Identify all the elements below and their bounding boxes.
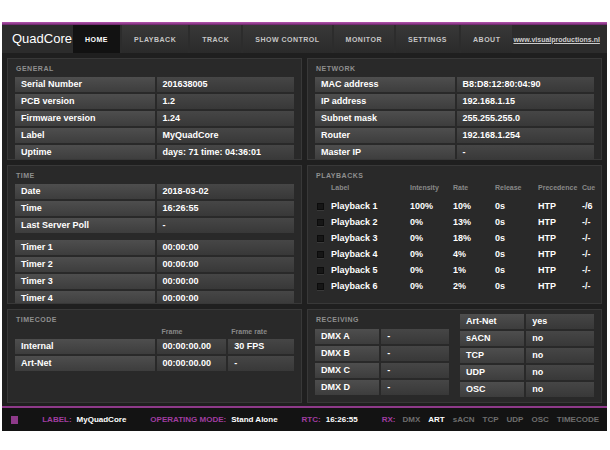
playbacks-header-row: Label Intensity Rate Release Precedence … — [315, 184, 594, 191]
tab-about[interactable]: ABOUT — [461, 25, 512, 53]
playback-row: Playback 5 0% 1% 0s HTP -/- — [315, 262, 594, 278]
timecode-frame: 00:00:00.00 — [157, 356, 227, 371]
playback-release: 0s — [495, 201, 538, 211]
table-row: OSC no — [460, 382, 594, 397]
playback-indicator — [317, 235, 324, 242]
row-label: PCB version — [15, 94, 155, 109]
table-row: DMX D - — [315, 380, 449, 395]
panel-receiving-title: RECEIVING — [316, 316, 449, 323]
row-value: 00:00:00 — [157, 291, 295, 304]
receiving-dmx-column: RECEIVING DMX A - DMX B - DMX C - — [315, 312, 449, 399]
table-row: Label MyQuadCore — [15, 128, 294, 143]
playback-intensity: 100% — [410, 201, 453, 211]
playback-precedence: HTP — [538, 233, 582, 243]
row-value: no — [526, 331, 594, 346]
table-row: Timer 2 00:00:00 — [15, 257, 294, 272]
table-row: Timer 3 00:00:00 — [15, 274, 294, 289]
playback-indicator — [317, 251, 324, 258]
playback-indicator — [317, 219, 324, 226]
status-rtc-key: RTC: — [302, 415, 321, 424]
playback-release: 0s — [495, 249, 538, 259]
row-label: Timer 3 — [15, 274, 155, 289]
rx-item-udp: UDP — [507, 415, 524, 424]
table-row: Internal 00:00:00.00 30 FPS — [15, 339, 294, 354]
timecode-header-row: Frame Frame rate — [15, 328, 294, 335]
playback-row: Playback 1 100% 10% 0s HTP -/6 — [315, 198, 594, 214]
panel-playbacks-title: PLAYBACKS — [316, 172, 594, 179]
row-value: 192.168.1.15 — [457, 94, 595, 109]
row-label: Uptime — [15, 145, 155, 160]
tab-show-control[interactable]: SHOW CONTROL — [243, 25, 331, 53]
column-header: Rate — [453, 184, 495, 191]
row-label: Label — [15, 128, 155, 143]
row-value: - — [381, 380, 449, 395]
column-header: Cue — [582, 184, 595, 191]
status-label-value: MyQuadCore — [77, 415, 127, 424]
row-value: 00:00:00 — [157, 240, 295, 255]
tab-track[interactable]: TRACK — [190, 25, 241, 53]
row-label: Last Server Poll — [15, 218, 155, 233]
tab-home[interactable]: HOME — [73, 25, 120, 53]
playback-row: Playback 4 0% 4% 0s HTP -/- — [315, 246, 594, 262]
status-rtc-value: 16:26:55 — [326, 415, 358, 424]
status-indicator-icon — [11, 416, 18, 424]
receiving-protocols-column: Art-Net yes sACN no TCP no UDP no — [460, 312, 594, 399]
row-label: Firmware version — [15, 111, 155, 126]
tab-settings[interactable]: SETTINGS — [396, 25, 459, 53]
panel-playbacks: PLAYBACKS Label Intensity Rate Release P… — [307, 165, 602, 304]
playback-precedence: HTP — [538, 281, 582, 291]
row-label: Timer 4 — [15, 291, 155, 304]
playback-release: 0s — [495, 265, 538, 275]
playback-indicator — [317, 267, 324, 274]
main-content: GENERAL Serial Number 201638005 PCB vers… — [2, 53, 607, 406]
playback-release: 0s — [495, 217, 538, 227]
row-label: TCP — [460, 348, 524, 363]
table-row: UDP no — [460, 365, 594, 380]
table-row: Art-Net 00:00:00.00 - — [15, 356, 294, 371]
row-value: 00:00:00 — [157, 257, 295, 272]
row-value: 2018-03-02 — [157, 184, 295, 199]
table-row: DMX C - — [315, 363, 449, 378]
row-value: days: 71 time: 04:36:01 — [157, 145, 295, 160]
timecode-framerate: - — [228, 356, 294, 371]
playback-precedence: HTP — [538, 217, 582, 227]
playback-row: Playback 6 0% 2% 0s HTP -/- — [315, 278, 594, 294]
row-label: Subnet mask — [315, 111, 455, 126]
row-label: Internal — [15, 339, 155, 354]
playback-intensity: 0% — [410, 281, 453, 291]
tab-playback[interactable]: PLAYBACK — [122, 25, 188, 53]
table-row: Date 2018-03-02 — [15, 184, 294, 199]
row-label: DMX B — [315, 346, 379, 361]
panel-receiving: RECEIVING DMX A - DMX B - DMX C - — [307, 309, 602, 403]
table-row: Serial Number 201638005 — [15, 77, 294, 92]
panel-network-title: NETWORK — [316, 65, 594, 72]
row-value: 201638005 — [157, 77, 295, 92]
column-header: Precedence — [538, 184, 582, 191]
table-row: Time 16:26:55 — [15, 201, 294, 216]
row-value: 16:26:55 — [157, 201, 295, 216]
playback-release: 0s — [495, 233, 538, 243]
rx-item-art: ART — [428, 415, 444, 424]
header-bar: QuadCore HOME PLAYBACK TRACK SHOW CONTRO… — [2, 25, 607, 53]
playback-intensity: 0% — [410, 233, 453, 243]
row-label: MAC address — [315, 77, 455, 92]
column-header-blank — [15, 328, 155, 335]
row-value: - — [157, 218, 295, 233]
row-label: Time — [15, 201, 155, 216]
table-row: DMX A - — [315, 329, 449, 344]
vendor-website-link[interactable]: www.visualproductions.nl — [513, 36, 609, 43]
row-label: DMX A — [315, 329, 379, 344]
row-label: DMX C — [315, 363, 379, 378]
table-row: Last Server Poll - — [15, 218, 294, 233]
playback-precedence: HTP — [538, 265, 582, 275]
tab-monitor[interactable]: MONITOR — [334, 25, 394, 53]
table-row: Subnet mask 255.255.255.0 — [315, 111, 594, 126]
rx-item-sacn: sACN — [453, 415, 475, 424]
playback-label: Playback 2 — [331, 217, 410, 227]
row-value: - — [381, 346, 449, 361]
playback-label: Playback 6 — [331, 281, 410, 291]
status-label-key: LABEL: — [42, 415, 71, 424]
table-row: Timer 4 00:00:00 — [15, 291, 294, 304]
row-label: Master IP — [315, 145, 455, 160]
nav-tabs: HOME PLAYBACK TRACK SHOW CONTROL MONITOR… — [72, 25, 513, 53]
